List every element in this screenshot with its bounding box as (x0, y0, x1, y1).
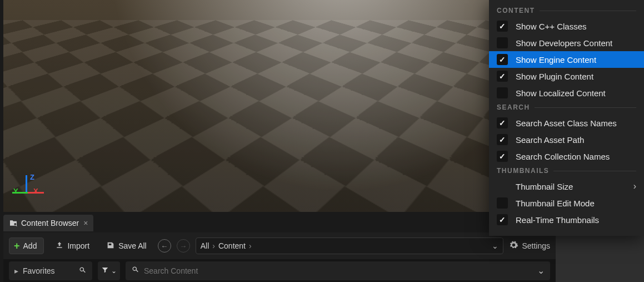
chevron-right-icon: › (633, 181, 636, 191)
search-input-wrapper: ⌄ (126, 261, 550, 280)
add-label: Add (23, 241, 37, 250)
save-all-label: Save All (118, 241, 147, 250)
caret-right-icon: ▸ (14, 266, 18, 275)
menu-item-label: Show C++ Classes (516, 22, 636, 31)
menu-item-label: Thumbnail Size (516, 182, 626, 191)
chevron-down-icon[interactable]: ⌄ (492, 241, 498, 250)
menu-item-show-engine-content[interactable]: Show Engine Content (489, 51, 644, 68)
chevron-right-icon: › (212, 241, 215, 250)
checkbox[interactable] (497, 21, 508, 32)
tab-content-browser[interactable]: Content Browser × (3, 215, 93, 231)
gear-icon (509, 240, 518, 251)
chevron-right-icon: › (249, 241, 252, 250)
search-input[interactable] (144, 266, 533, 275)
breadcrumb-segment[interactable]: Content (218, 241, 246, 250)
menu-item-label: Show Engine Content (516, 55, 636, 65)
menu-item-label: Real-Time Thumbnails (516, 215, 636, 225)
plus-icon: + (14, 241, 20, 251)
checkbox[interactable] (497, 134, 508, 145)
menu-item-real-time-thumbnails[interactable]: Real-Time Thumbnails (489, 211, 644, 228)
settings-button[interactable]: Settings (509, 240, 550, 251)
menu-item-label: Search Asset Path (516, 135, 636, 145)
filter-button[interactable]: ⌄ (98, 261, 120, 280)
nav-forward-button[interactable]: → (177, 239, 190, 253)
menu-item-thumbnail-size[interactable]: Thumbnail Size› (489, 178, 644, 195)
viewport-3d[interactable]: Z X Y (3, 0, 489, 212)
content-browser-searchbar: ▸ Favorites ⌄ ⌄ (3, 259, 556, 282)
section-header-content: CONTENT (489, 4, 644, 18)
close-icon[interactable]: × (83, 219, 88, 227)
filter-icon (101, 266, 109, 276)
breadcrumb-segment[interactable]: All (201, 241, 209, 250)
content-browser-toolbar: + Add Import Save All ← → All › Content … (3, 232, 556, 259)
favorites-label: Favorites (23, 266, 55, 275)
save-all-button[interactable]: Save All (101, 238, 152, 254)
search-icon[interactable] (78, 266, 87, 276)
settings-label: Settings (522, 241, 550, 250)
menu-item-thumbnail-edit-mode[interactable]: Thumbnail Edit Mode (489, 195, 644, 211)
tab-bar: Content Browser × (3, 215, 93, 231)
import-button[interactable]: Import (49, 238, 95, 254)
menu-item-label: Search Asset Class Names (516, 118, 636, 128)
search-icon (131, 265, 139, 276)
checkbox[interactable] (497, 214, 508, 225)
menu-item-show-localized-content[interactable]: Show Localized Content (489, 85, 644, 101)
add-button[interactable]: + Add (9, 238, 44, 254)
chevron-down-icon[interactable]: ⌄ (537, 265, 545, 276)
import-label: Import (67, 241, 89, 250)
menu-item-search-asset-class-names[interactable]: Search Asset Class Names (489, 115, 644, 131)
viewport-floor (3, 20, 489, 212)
checkbox[interactable] (497, 151, 508, 162)
chevron-down-icon: ⌄ (111, 267, 117, 275)
checkbox[interactable] (497, 71, 508, 82)
menu-item-show-c-classes[interactable]: Show C++ Classes (489, 18, 644, 34)
import-icon (55, 241, 64, 251)
tab-label: Content Browser (21, 219, 79, 227)
checkbox[interactable] (497, 197, 508, 209)
nav-back-button[interactable]: ← (158, 239, 171, 253)
menu-item-search-asset-path[interactable]: Search Asset Path (489, 131, 644, 148)
menu-item-label: Thumbnail Edit Mode (516, 199, 636, 208)
folder-browser-icon (9, 219, 18, 227)
favorites-toggle[interactable]: ▸ Favorites (9, 261, 92, 280)
menu-item-label: Search Collection Names (516, 152, 636, 161)
axis-z-label: Z (30, 173, 34, 181)
checkbox[interactable] (497, 54, 508, 65)
breadcrumb[interactable]: All › Content › ⌄ (196, 238, 504, 254)
axis-gizmo: Z X Y (9, 173, 42, 206)
menu-item-label: Show Localized Content (516, 88, 636, 98)
checkbox[interactable] (497, 87, 508, 98)
svg-point-0 (14, 223, 16, 225)
checkbox[interactable] (497, 117, 508, 128)
settings-popup: CONTENT Show C++ ClassesShow Developers … (489, 0, 644, 236)
menu-item-label: Show Plugin Content (516, 72, 636, 81)
axis-x-label: X (33, 187, 38, 195)
menu-item-label: Show Developers Content (516, 38, 636, 48)
section-header-thumbnails: THUMBNAILS (489, 165, 644, 178)
axis-y-label: Y (13, 187, 18, 195)
checkbox[interactable] (497, 37, 508, 48)
section-header-search: SEARCH (489, 101, 644, 115)
menu-item-show-plugin-content[interactable]: Show Plugin Content (489, 68, 644, 85)
menu-item-show-developers-content[interactable]: Show Developers Content (489, 34, 644, 51)
menu-item-search-collection-names[interactable]: Search Collection Names (489, 148, 644, 165)
save-icon (106, 241, 115, 251)
